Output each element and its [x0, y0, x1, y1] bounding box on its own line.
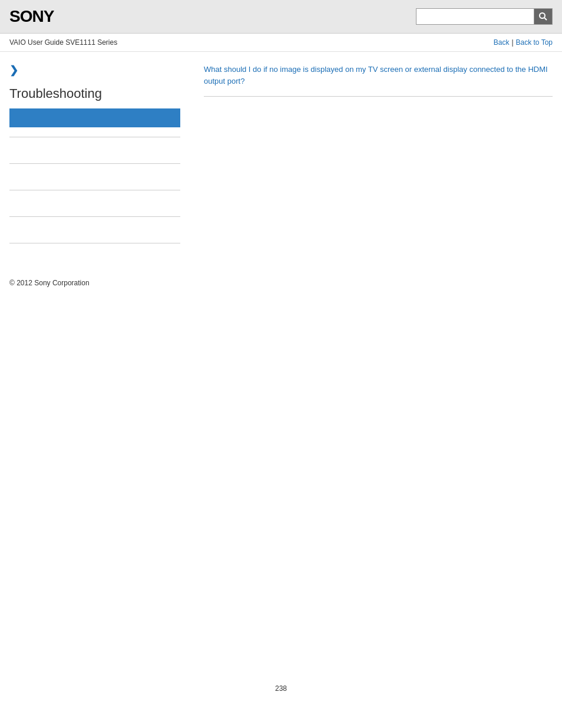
sidebar-divider-3 [9, 190, 180, 190]
sidebar: ❯ Troubleshooting © 2012 Sony Corporatio… [9, 64, 192, 287]
sidebar-highlight [9, 108, 180, 127]
page-number: 238 [275, 673, 287, 704]
main-content: ❯ Troubleshooting © 2012 Sony Corporatio… [0, 52, 562, 299]
search-icon [538, 12, 548, 21]
header: SONY [0, 0, 562, 34]
hdmi-troubleshoot-link[interactable]: What should I do if no image is displaye… [204, 64, 553, 87]
search-button[interactable] [534, 8, 553, 25]
svg-line-1 [544, 18, 547, 20]
search-area [416, 8, 553, 25]
sidebar-divider-4 [9, 216, 180, 217]
sidebar-item-4 [9, 226, 180, 233]
search-input[interactable] [416, 8, 534, 25]
sidebar-item-5 [9, 253, 180, 260]
content-area: What should I do if no image is displaye… [192, 64, 553, 287]
nav-separator: | [511, 38, 513, 47]
content-divider [204, 96, 553, 97]
sidebar-divider-5 [9, 243, 180, 243]
sidebar-divider-2 [9, 163, 180, 164]
sidebar-arrow: ❯ [9, 64, 180, 77]
sidebar-divider-1 [9, 137, 180, 137]
sidebar-title: Troubleshooting [9, 86, 180, 101]
back-to-top-link[interactable]: Back to Top [516, 38, 553, 47]
breadcrumb-bar: VAIO User Guide SVE1111 Series Back | Ba… [0, 34, 562, 52]
breadcrumb-text: VAIO User Guide SVE1111 Series [9, 38, 117, 47]
svg-point-0 [540, 13, 545, 18]
sidebar-item-2 [9, 173, 180, 180]
sidebar-item-1 [9, 147, 180, 154]
sony-logo: SONY [9, 7, 54, 26]
nav-links: Back | Back to Top [494, 38, 553, 47]
back-link[interactable]: Back [494, 38, 510, 47]
copyright: © 2012 Sony Corporation [9, 279, 180, 287]
sidebar-item-3 [9, 200, 180, 207]
